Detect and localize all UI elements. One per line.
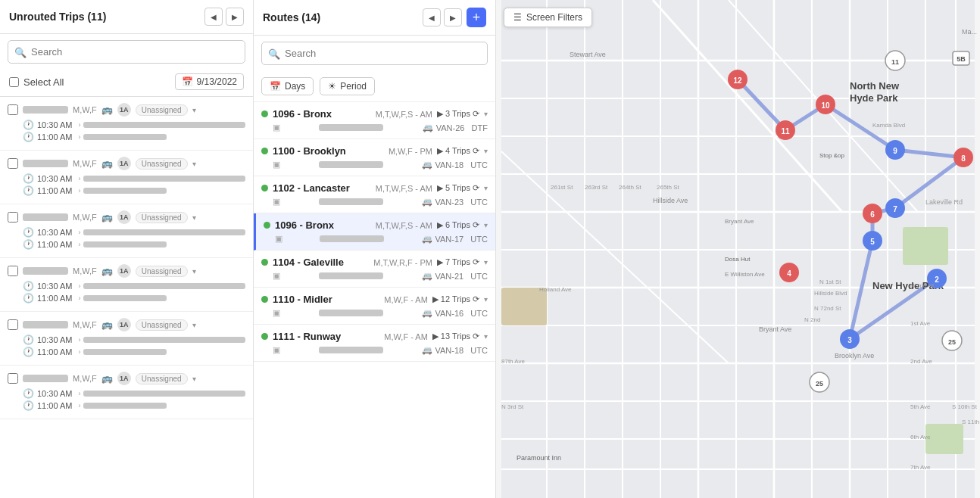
chevron-right-icon: › bbox=[78, 175, 80, 182]
route-item[interactable]: 1110 - Midler M,W,F - AM ▶ 12 Trips ⟳ ▾ … bbox=[254, 288, 495, 325]
chevron-right-icon: › bbox=[78, 390, 80, 397]
svg-rect-29 bbox=[925, 424, 963, 454]
trip-name-bar bbox=[23, 267, 68, 275]
route-name: 1104 - Galeville bbox=[273, 257, 369, 268]
trip-checkbox[interactable] bbox=[8, 319, 18, 330]
trip-checkbox[interactable] bbox=[8, 266, 18, 276]
route-bar bbox=[319, 124, 383, 131]
trip-time-row-1: 🕐 10:30 AM › bbox=[8, 388, 245, 399]
route-row-top: 1104 - Galeville M,T,W,R,F - PM ▶ 7 Trip… bbox=[261, 257, 488, 268]
svg-text:4: 4 bbox=[787, 269, 791, 278]
left-arrow-button[interactable]: ◀ bbox=[204, 8, 223, 26]
chevron-down-icon[interactable]: ▾ bbox=[192, 267, 196, 275]
days-filter-button[interactable]: 📅 Days bbox=[261, 77, 314, 95]
route-days: M,T,W,R,F - PM bbox=[373, 258, 432, 267]
routes-header: Routes (14) ◀ ▶ + bbox=[254, 0, 495, 36]
route-item[interactable]: 1102 - Lancaster M,T,W,F,S - AM ▶ 5 Trip… bbox=[254, 176, 495, 213]
route-item[interactable]: 1096 - Bronx M,T,W,F,S - AM ▶ 3 Trips ⟳ … bbox=[254, 102, 495, 139]
select-all-checkbox[interactable] bbox=[9, 77, 19, 87]
route-item[interactable]: 1096 - Bronx M,T,W,F,S - AM ▶ 6 Trips ⟳ … bbox=[254, 213, 495, 251]
route-days: M,W,F - AM bbox=[384, 295, 427, 304]
right-arrow-button[interactable]: ▶ bbox=[226, 8, 244, 26]
date-badge[interactable]: 📅 9/13/2022 bbox=[175, 73, 244, 90]
svg-text:9: 9 bbox=[893, 147, 897, 155]
svg-text:261st St: 261st St bbox=[551, 184, 573, 191]
trip-row-top: M,W,F 🚌 1A Unassigned ▾ bbox=[8, 103, 245, 117]
svg-text:N 3rd St: N 3rd St bbox=[501, 403, 524, 410]
svg-text:12: 12 bbox=[733, 76, 742, 85]
route-item[interactable]: 1111 - Runway M,W,F - AM ▶ 13 Trips ⟳ ▾ … bbox=[254, 325, 495, 362]
select-all-label[interactable]: Select All bbox=[9, 76, 64, 88]
routes-left-arrow[interactable]: ◀ bbox=[423, 8, 441, 26]
left-search-input[interactable] bbox=[8, 40, 245, 64]
trip-time-row-1: 🕐 10:30 AM › bbox=[8, 120, 245, 130]
route-row-top: 1096 - Bronx M,T,W,F,S - AM ▶ 6 Trips ⟳ … bbox=[264, 219, 488, 231]
add-route-button[interactable]: + bbox=[467, 8, 486, 27]
route-chevron[interactable]: ▾ bbox=[484, 147, 488, 155]
route-item[interactable]: 1104 - Galeville M,T,W,R,F - PM ▶ 7 Trip… bbox=[254, 251, 495, 288]
chevron-right-icon: › bbox=[78, 121, 80, 129]
trip-time-row-2: 🕐 11:00 AM › bbox=[8, 293, 245, 303]
route-chevron[interactable]: ▾ bbox=[484, 110, 488, 118]
route-status-dot bbox=[261, 110, 268, 117]
trip-status: Unassigned bbox=[136, 212, 188, 223]
svg-text:87th Ave: 87th Ave bbox=[501, 358, 526, 365]
route-chevron[interactable]: ▾ bbox=[484, 332, 488, 341]
svg-text:E Williston Ave: E Williston Ave bbox=[725, 271, 765, 278]
route-row-bottom: ▣ 🚐 VAN-18 UTC bbox=[261, 345, 488, 355]
chevron-down-icon[interactable]: ▾ bbox=[192, 160, 196, 168]
route-chevron[interactable]: ▾ bbox=[484, 295, 488, 303]
chevron-down-icon[interactable]: ▾ bbox=[192, 375, 196, 383]
route-days: M,T,W,F,S - AM bbox=[376, 221, 432, 230]
trip-time1: 10:30 AM bbox=[37, 282, 72, 291]
chevron-right-icon-2: › bbox=[78, 294, 80, 302]
svg-text:Brooklyn Ave: Brooklyn Ave bbox=[835, 352, 874, 359]
screen-filters-button[interactable]: ☰ Screen Filters bbox=[504, 8, 592, 27]
svg-rect-28 bbox=[903, 227, 948, 265]
trip-row-top: M,W,F 🚌 1A Unassigned ▾ bbox=[8, 157, 245, 170]
trip-item: M,W,F 🚌 1A Unassigned ▾ 🕐 10:30 AM › 🕐 1… bbox=[0, 366, 253, 419]
routes-search-icon: 🔍 bbox=[268, 48, 280, 59]
routes-search-input[interactable] bbox=[261, 42, 488, 65]
route-chevron[interactable]: ▾ bbox=[484, 258, 488, 266]
route-image-icon: ▣ bbox=[273, 345, 280, 355]
sync-icon: ⟳ bbox=[473, 109, 479, 119]
time-bar bbox=[83, 176, 245, 182]
trip-name-bar bbox=[23, 375, 68, 382]
chevron-down-icon[interactable]: ▾ bbox=[192, 321, 196, 329]
trip-item: M,W,F 🚌 1A Unassigned ▾ 🕐 10:30 AM › 🕐 1… bbox=[0, 204, 253, 258]
svg-text:10: 10 bbox=[821, 101, 830, 110]
clock-icon-blue: 🕐 bbox=[23, 335, 34, 345]
trip-name-bar bbox=[23, 106, 68, 114]
route-name: 1102 - Lancaster bbox=[273, 182, 371, 194]
clock-icon-blue: 🕐 bbox=[23, 227, 34, 238]
svg-text:Holland Ave: Holland Ave bbox=[539, 286, 572, 293]
sync-icon: ⟳ bbox=[473, 220, 479, 230]
trip-checkbox[interactable] bbox=[8, 212, 18, 223]
trip-checkbox[interactable] bbox=[8, 373, 18, 384]
trip-time1: 10:30 AM bbox=[37, 174, 72, 183]
trip-checkbox[interactable] bbox=[8, 158, 18, 169]
svg-text:Ma...: Ma... bbox=[962, 28, 977, 36]
clock-icon-blue: 🕐 bbox=[23, 173, 34, 184]
route-chevron[interactable]: ▾ bbox=[484, 221, 488, 229]
svg-text:N 2nd St: N 2nd St bbox=[910, 282, 935, 289]
trip-time2: 11:00 AM bbox=[37, 401, 72, 410]
sun-icon: ☀ bbox=[328, 81, 336, 92]
period-filter-button[interactable]: ☀ Period bbox=[320, 77, 375, 95]
unrouted-trips-panel: Unrouted Trips (11) ◀ ▶ 🔍 Select All 📅 9… bbox=[0, 0, 254, 498]
route-item[interactable]: 1100 - Brooklyn M,W,F - PM ▶ 4 Trips ⟳ ▾… bbox=[254, 139, 495, 176]
svg-text:Stop &: Stop & bbox=[819, 152, 838, 159]
route-van: 🚐 VAN-26 DTF bbox=[423, 123, 488, 132]
trip-checkbox[interactable] bbox=[8, 104, 18, 115]
chevron-down-icon[interactable]: ▾ bbox=[192, 106, 196, 114]
trip-row-top: M,W,F 🚌 1A Unassigned ▾ bbox=[8, 264, 245, 278]
chevron-down-icon[interactable]: ▾ bbox=[192, 213, 196, 222]
route-chevron[interactable]: ▾ bbox=[484, 184, 488, 192]
trip-time-row-1: 🕐 10:30 AM › bbox=[8, 227, 245, 238]
trip-time2: 11:00 AM bbox=[37, 294, 72, 303]
trip-badge: 1A bbox=[117, 372, 131, 385]
route-van: 🚐 VAN-17 UTC bbox=[422, 234, 488, 244]
routes-right-arrow[interactable]: ▶ bbox=[444, 8, 462, 26]
chevron-right-icon: › bbox=[78, 282, 80, 290]
